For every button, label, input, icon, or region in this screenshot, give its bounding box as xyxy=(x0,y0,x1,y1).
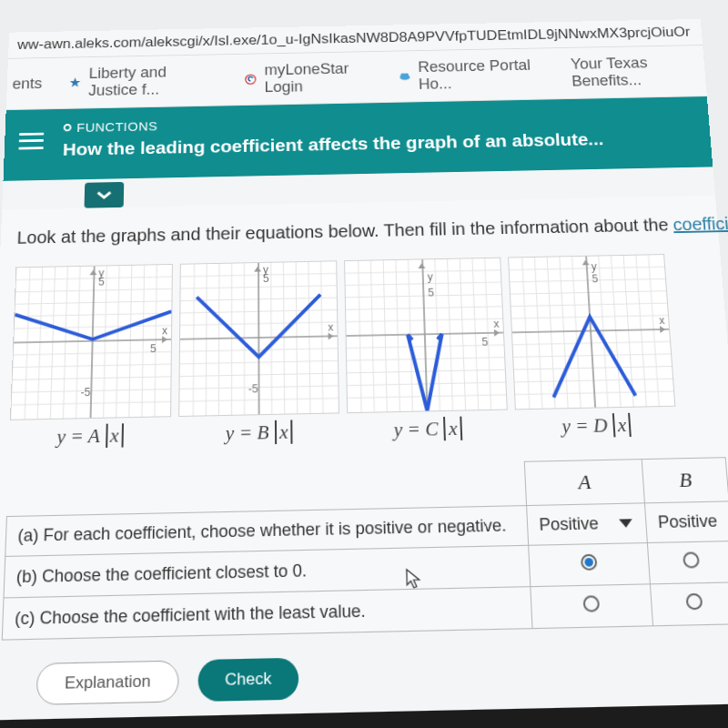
svg-line-12 xyxy=(142,266,145,417)
hamburger-icon[interactable] xyxy=(18,132,44,149)
svg-line-65 xyxy=(472,258,479,410)
column-header-a: A xyxy=(524,460,644,506)
svg-line-36 xyxy=(271,263,272,414)
svg-line-13 xyxy=(155,265,157,416)
equation-c: y = C x xyxy=(393,417,462,442)
select-a-positive[interactable]: Positive xyxy=(527,503,648,545)
radio-b-a[interactable] xyxy=(529,543,651,587)
svg-line-58 xyxy=(370,261,374,412)
dropdown-icon xyxy=(619,519,632,528)
svg-line-91 xyxy=(636,256,646,407)
svg-point-0 xyxy=(246,75,256,84)
svg-line-10 xyxy=(116,266,119,417)
svg-line-9 xyxy=(104,266,107,417)
bookmark-label: ents xyxy=(12,75,42,92)
svg-text:5: 5 xyxy=(592,272,599,285)
button-row: Explanation Check xyxy=(0,621,728,721)
content-area: Look at the graphs and their equations b… xyxy=(0,196,728,641)
radio-icon xyxy=(686,593,703,611)
svg-line-5 xyxy=(37,268,43,419)
svg-line-40 xyxy=(321,262,323,413)
svg-text:x: x xyxy=(493,318,500,330)
graph-a: 5-5 5yx xyxy=(10,264,173,420)
svg-line-6 xyxy=(50,268,55,419)
breadcrumb-text: FUNCTIONS xyxy=(76,119,157,135)
svg-line-92 xyxy=(648,255,659,406)
svg-text:5: 5 xyxy=(481,336,489,349)
svg-text:x: x xyxy=(659,314,665,327)
radio-c-a[interactable] xyxy=(531,584,653,629)
svg-text:5: 5 xyxy=(428,286,434,298)
lesson-header: FUNCTIONS How the leading coefficient af… xyxy=(3,96,713,181)
select-b-positive[interactable]: Positive xyxy=(645,501,728,543)
svg-line-87 xyxy=(572,257,581,408)
select-value: Positive xyxy=(657,511,718,532)
svg-line-7 xyxy=(63,267,67,418)
graph-row: 5-5 5yx y = A x xyxy=(7,253,728,450)
bookmark-item[interactable]: ents xyxy=(12,75,42,92)
svg-line-59 xyxy=(383,260,387,411)
svg-line-51 xyxy=(258,263,259,414)
graph-cell-d: 5yx y = D x xyxy=(508,254,678,440)
bookmark-label: Your Texas Benefits... xyxy=(571,54,702,90)
bookmark-item[interactable]: Liberty and Justice f... xyxy=(68,63,218,100)
svg-line-84 xyxy=(534,258,542,409)
select-value: Positive xyxy=(539,514,599,535)
svg-line-60 xyxy=(396,260,400,411)
svg-line-31 xyxy=(193,264,194,415)
equation-d: y = D x xyxy=(561,413,632,439)
question-table: A B (a) For each coefficient, choose whe… xyxy=(2,457,728,640)
equation-b: y = B x xyxy=(226,420,293,445)
breadcrumb-dot-icon xyxy=(64,124,72,131)
glossary-link[interactable]: coefficien xyxy=(672,214,728,234)
svg-line-8 xyxy=(76,267,80,418)
bookmark-label: Resource Portal Ho... xyxy=(418,56,546,93)
svg-line-64 xyxy=(460,259,465,410)
svg-line-63 xyxy=(448,259,453,410)
svg-line-85 xyxy=(547,258,555,409)
chevron-down-icon xyxy=(95,189,113,201)
svg-line-89 xyxy=(611,256,621,407)
svg-text:-5: -5 xyxy=(248,383,258,396)
radio-b-b[interactable] xyxy=(648,541,728,584)
svg-text:y: y xyxy=(591,260,597,273)
collapse-button[interactable] xyxy=(85,182,125,208)
svg-line-39 xyxy=(308,262,310,413)
bookmark-item[interactable]: Your Texas Benefits... xyxy=(571,54,702,90)
cloud-icon xyxy=(398,69,411,84)
graph-c: 55 yx xyxy=(344,258,508,414)
svg-text:y: y xyxy=(98,267,104,279)
graph-cell-c: 55 yx y = C x xyxy=(344,258,509,443)
graph-d: 5yx xyxy=(508,254,675,410)
svg-line-4 xyxy=(25,268,30,419)
graph-b: 5-5 yx xyxy=(178,260,339,417)
svg-line-32 xyxy=(206,264,207,415)
svg-line-57 xyxy=(359,261,361,412)
swirl-icon xyxy=(244,72,258,86)
cursor-icon xyxy=(405,567,423,591)
radio-icon xyxy=(581,554,598,571)
bookmark-label: myLoneStar Login xyxy=(264,60,372,96)
page-title: How the leading coefficient affects the … xyxy=(63,129,604,160)
svg-text:y: y xyxy=(427,270,432,283)
star-icon xyxy=(68,76,82,90)
svg-line-83 xyxy=(522,258,530,409)
svg-line-11 xyxy=(129,266,132,417)
radio-c-b[interactable] xyxy=(651,582,728,626)
svg-text:y: y xyxy=(263,264,268,277)
svg-text:x: x xyxy=(328,321,333,334)
check-button[interactable]: Check xyxy=(197,658,298,702)
bookmark-item[interactable]: Resource Portal Ho... xyxy=(398,56,546,94)
svg-line-33 xyxy=(218,264,219,415)
bookmark-label: Liberty and Justice f... xyxy=(88,63,218,99)
svg-text:-5: -5 xyxy=(80,386,90,399)
svg-line-37 xyxy=(283,262,284,413)
bookmark-item[interactable]: myLoneStar Login xyxy=(244,60,372,96)
svg-line-24 xyxy=(91,267,95,418)
radio-icon xyxy=(682,551,700,568)
svg-line-38 xyxy=(296,262,298,413)
svg-text:x: x xyxy=(162,325,167,338)
explanation-button[interactable]: Explanation xyxy=(35,661,178,705)
question-prompt: Look at the graphs and their equations b… xyxy=(16,214,718,248)
column-header-b: B xyxy=(642,458,728,503)
